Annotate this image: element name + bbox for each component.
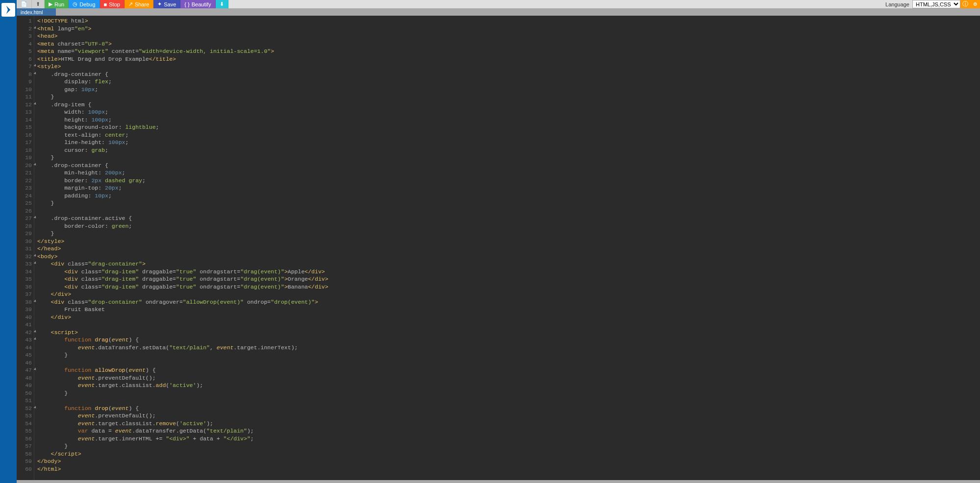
download-icon: ⬇ — [220, 1, 224, 7]
stop-label: Stop — [109, 1, 120, 7]
share-button[interactable]: ↗ Share — [125, 0, 153, 8]
download-button[interactable]: ⬇ — [216, 0, 228, 8]
settings-button[interactable]: ⚙ — [970, 0, 980, 8]
gutter: 1234567891011121314151617181920212223242… — [17, 16, 34, 480]
braces-icon: { } — [184, 1, 189, 7]
toolbar-right: Language HTML,JS,CSS ⓘ ⚙ — [882, 0, 980, 8]
toolbar: 📄 ⬆ ▶ Run ◷ Debug ■ Stop ↗ Share ✦ — [17, 0, 980, 8]
tab-index-html[interactable]: index.html — [17, 8, 56, 16]
file-icon: 📄 — [21, 1, 27, 7]
editor-footer — [17, 480, 980, 483]
play-icon: ▶ — [49, 1, 52, 7]
language-select[interactable]: HTML,JS,CSS — [912, 0, 960, 8]
share-label: Share — [135, 1, 149, 7]
run-label: Run — [54, 1, 64, 7]
language-label: Language — [882, 0, 912, 8]
share-icon: ↗ — [128, 1, 133, 7]
stop-button[interactable]: ■ Stop — [100, 0, 125, 8]
clock-icon: ◷ — [73, 1, 77, 7]
gear-icon: ⚙ — [973, 0, 977, 8]
toolbar-spacer — [228, 0, 883, 8]
beautify-label: Beautify — [192, 1, 211, 7]
save-button[interactable]: ✦ Save — [153, 0, 180, 8]
run-button[interactable]: ▶ Run — [45, 0, 69, 8]
save-icon: ✦ — [157, 1, 162, 7]
editor[interactable]: 1234567891011121314151617181920212223242… — [17, 16, 980, 480]
tab-label: index.html — [21, 10, 43, 15]
code-area[interactable]: <!DOCTYPE html> <html lang="en"> <head> … — [34, 16, 980, 480]
beautify-button[interactable]: { } Beautify — [180, 0, 215, 8]
logo-icon[interactable] — [1, 3, 15, 17]
stop-icon: ■ — [104, 1, 107, 7]
app-root: 📄 ⬆ ▶ Run ◷ Debug ■ Stop ↗ Share ✦ — [0, 0, 980, 483]
tab-bar: index.html — [17, 8, 980, 16]
info-icon: ⓘ — [962, 0, 968, 8]
upload-button[interactable]: ⬆ — [32, 0, 45, 8]
save-label: Save — [164, 1, 176, 7]
left-sidebar — [0, 0, 17, 483]
info-button[interactable]: ⓘ — [960, 0, 970, 8]
main-area: 📄 ⬆ ▶ Run ◷ Debug ■ Stop ↗ Share ✦ — [17, 0, 980, 483]
new-file-button[interactable]: 📄 — [17, 0, 32, 8]
debug-label: Debug — [79, 1, 95, 7]
debug-button[interactable]: ◷ Debug — [69, 0, 100, 8]
upload-icon: ⬆ — [36, 1, 40, 7]
